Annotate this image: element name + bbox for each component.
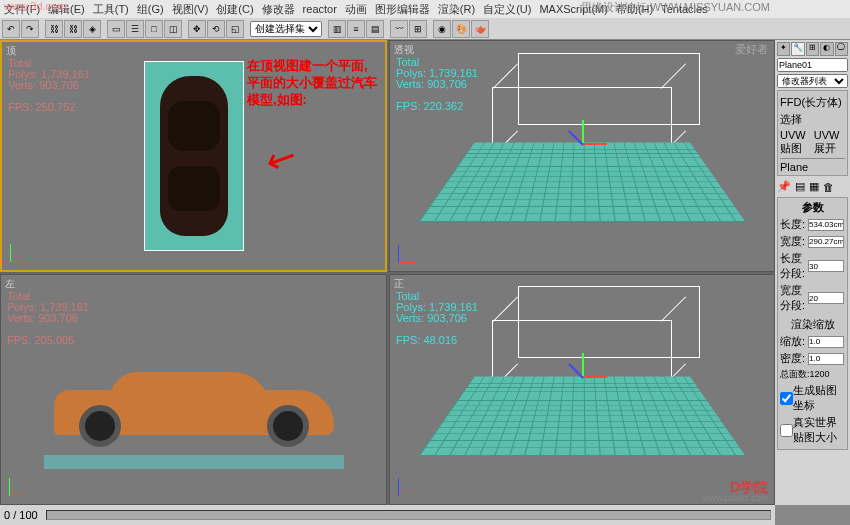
schematic-button[interactable]: ⊞ [409, 20, 427, 38]
command-panel: ✦ 🔧 ⊞ ◐ 🖵 修改器列表 FFD(长方体) 选择 UVW 贴图 UVW 展… [775, 40, 850, 505]
viewport-label: 正 [394, 277, 404, 291]
menu-views[interactable]: 视图(V) [172, 2, 209, 17]
axis-tripod [398, 466, 428, 496]
params-header: 参数 [780, 200, 845, 215]
scale-spinner[interactable] [808, 336, 844, 348]
density-spinner[interactable] [808, 353, 844, 365]
display-tab[interactable]: 🖵 [835, 42, 848, 56]
menu-create[interactable]: 创建(C) [216, 2, 253, 17]
viewport-container: 顶 TotalPolys: 1,739,161Verts: 903,706FPS… [0, 40, 775, 505]
watermark-topleft: www.3d.com [4, 0, 66, 12]
width-segs-spinner[interactable] [808, 292, 844, 304]
render-setup-button[interactable]: 🎨 [452, 20, 470, 38]
rotate-button[interactable]: ⟲ [207, 20, 225, 38]
redo-button[interactable]: ↷ [21, 20, 39, 38]
watermark-topright: 思缘设计论坛 WWW.MISSYUAN.COM [581, 0, 770, 15]
plane-side[interactable] [44, 455, 344, 469]
pin-stack-button[interactable]: 📌 [777, 180, 791, 193]
create-tab[interactable]: ✦ [777, 42, 790, 56]
car-model-top[interactable] [160, 76, 228, 236]
watermark-br2: www.psahz.com [703, 493, 768, 503]
select-name-button[interactable]: ☰ [126, 20, 144, 38]
undo-button[interactable]: ↶ [2, 20, 20, 38]
hierarchy-tab[interactable]: ⊞ [806, 42, 819, 56]
length-segs-spinner[interactable] [808, 260, 844, 272]
wheel-icon [267, 405, 309, 447]
unlink-button[interactable]: ⛓ [64, 20, 82, 38]
viewport-stats: TotalPolys: 1,739,161Verts: 903,706FPS: … [396, 57, 478, 112]
real-world-checkbox[interactable] [780, 424, 793, 437]
viewport-perspective[interactable]: 透视 TotalPolys: 1,739,161Verts: 903,706FP… [389, 40, 775, 272]
layers-button[interactable]: ▤ [366, 20, 384, 38]
length-spinner[interactable] [808, 219, 844, 231]
menu-modifiers[interactable]: 修改器 [262, 2, 295, 17]
move-button[interactable]: ✥ [188, 20, 206, 38]
material-button[interactable]: ◉ [433, 20, 451, 38]
status-bar: 0 / 100 [0, 505, 775, 525]
plane-grid[interactable] [419, 376, 746, 455]
menu-group[interactable]: 组(G) [137, 2, 164, 17]
curve-editor-button[interactable]: 〰 [390, 20, 408, 38]
remove-button[interactable]: 🗑 [823, 181, 834, 193]
main-toolbar: ↶ ↷ ⛓ ⛓ ◈ ▭ ☰ □ ◫ ✥ ⟲ ◱ 创建选择集 ▥ ≡ ▤ 〰 ⊞ … [0, 18, 850, 40]
menu-reactor[interactable]: reactor [303, 3, 337, 15]
viewport-label: 左 [5, 277, 15, 291]
annotation-arrow: ↙ [260, 133, 305, 184]
axis-tripod [10, 232, 40, 262]
render-button[interactable]: 🫖 [471, 20, 489, 38]
menu-rendering[interactable]: 渲染(R) [438, 2, 475, 17]
width-spinner[interactable] [808, 236, 844, 248]
modify-tab[interactable]: 🔧 [791, 42, 804, 56]
link-button[interactable]: ⛓ [45, 20, 63, 38]
gen-coords-checkbox[interactable] [780, 392, 793, 405]
select-button[interactable]: ▭ [107, 20, 125, 38]
wheel-icon [79, 405, 121, 447]
show-result-button[interactable]: ▤ [795, 180, 805, 193]
menu-customize[interactable]: 自定义(U) [483, 2, 531, 17]
select-region-button[interactable]: □ [145, 20, 163, 38]
total-faces: 总面数:1200 [780, 368, 845, 381]
car-model-side[interactable] [54, 369, 334, 447]
viewport-stats: TotalPolys: 1,739,161Verts: 903,706FPS: … [7, 291, 89, 346]
motion-tab[interactable]: ◐ [820, 42, 833, 56]
viewport-label: 顶 [6, 44, 16, 58]
modifier-stack[interactable]: FFD(长方体) 选择 UVW 贴图 UVW 展开 Plane [777, 90, 848, 176]
viewport-label: 透视 [394, 43, 414, 57]
annotation-text: 在顶视图建一个平面,平面的大小覆盖过汽车模型,如图: [247, 57, 377, 108]
plane-grid[interactable] [419, 142, 746, 221]
modifier-list-dropdown[interactable]: 修改器列表 [777, 74, 848, 88]
mirror-button[interactable]: ▥ [328, 20, 346, 38]
viewport-front[interactable]: 正 TotalPolys: 1,739,161Verts: 903,706FPS… [389, 274, 775, 505]
time-slider[interactable] [46, 510, 771, 520]
menu-animation[interactable]: 动画 [345, 2, 367, 17]
object-name-field[interactable] [777, 58, 848, 72]
window-crossing-button[interactable]: ◫ [164, 20, 182, 38]
viewport-top[interactable]: 顶 TotalPolys: 1,739,161Verts: 903,706FPS… [0, 40, 387, 272]
watermark-topright2: 爱好者 [735, 42, 768, 57]
bind-button[interactable]: ◈ [83, 20, 101, 38]
axis-tripod [398, 233, 428, 263]
menu-graph[interactable]: 图形编辑器 [375, 2, 430, 17]
menu-tools[interactable]: 工具(T) [93, 2, 129, 17]
selection-set-dropdown[interactable]: 创建选择集 [250, 21, 322, 37]
frame-counter: 0 / 100 [4, 509, 38, 521]
viewport-stats: TotalPolys: 1,739,161Verts: 903,706FPS: … [8, 58, 90, 113]
axis-tripod [9, 466, 39, 496]
viewport-left[interactable]: 左 TotalPolys: 1,739,161Verts: 903,706FPS… [0, 274, 387, 505]
viewport-stats: TotalPolys: 1,739,161Verts: 903,706FPS: … [396, 291, 478, 346]
align-button[interactable]: ≡ [347, 20, 365, 38]
render-header: 渲染缩放 [780, 317, 845, 332]
unique-button[interactable]: ▦ [809, 180, 819, 193]
scale-button[interactable]: ◱ [226, 20, 244, 38]
